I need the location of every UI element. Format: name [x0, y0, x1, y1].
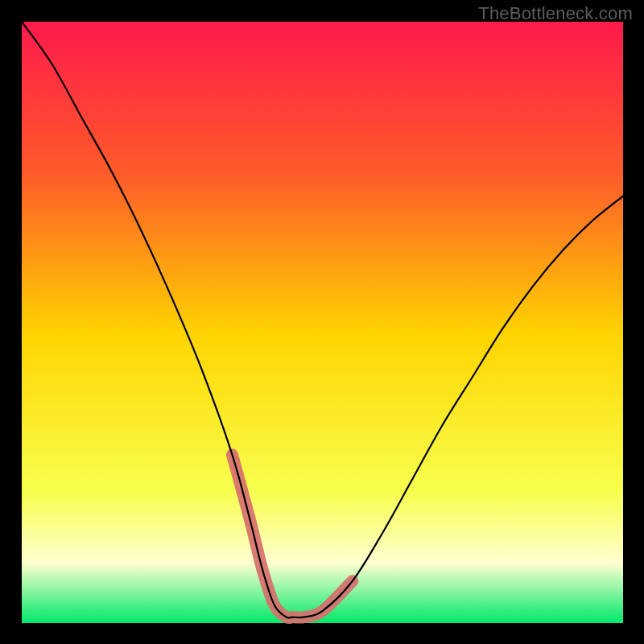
plot-background	[22, 22, 623, 623]
chart-frame: { "watermark": "TheBottleneck.com", "col…	[0, 0, 644, 644]
watermark-text: TheBottleneck.com	[478, 3, 633, 24]
bottleneck-chart	[0, 0, 644, 644]
